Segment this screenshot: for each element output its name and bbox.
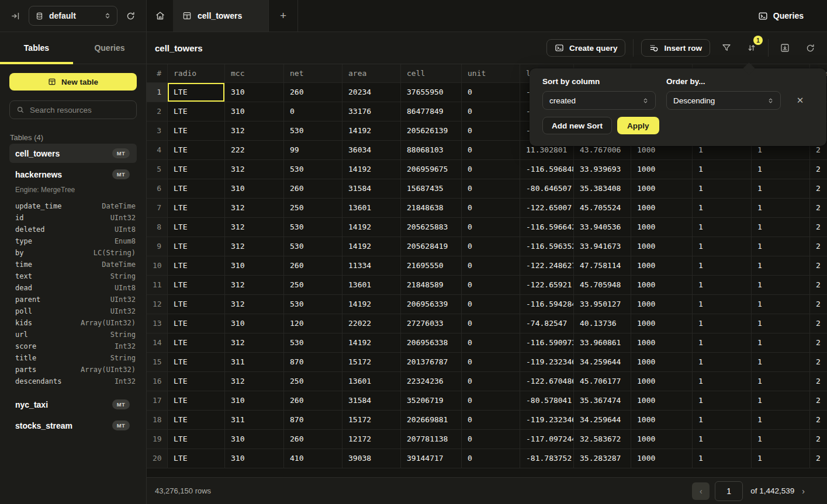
- table-cell-lat[interactable]: 34.259644: [574, 353, 631, 372]
- table-cell-samples[interactable]: 1: [693, 353, 752, 372]
- table-cell-cell[interactable]: 206956338: [401, 333, 462, 353]
- table-cell-samples[interactable]: 1: [693, 256, 752, 276]
- table-cell-area[interactable]: 20234: [342, 83, 401, 102]
- table-cell-net[interactable]: 260: [284, 430, 342, 449]
- table-cell-net[interactable]: 260: [284, 179, 342, 199]
- table-cell-cell[interactable]: 201376787: [401, 353, 462, 372]
- table-cell-range[interactable]: 1000: [631, 199, 693, 218]
- table-cell-radio[interactable]: LTE: [168, 411, 225, 430]
- table-cell-range[interactable]: 1000: [631, 218, 693, 237]
- sidebar-item-hackernews[interactable]: hackernews MT: [9, 165, 137, 184]
- table-cell-range[interactable]: 1000: [631, 333, 693, 353]
- table-cell-created[interactable]: 2: [810, 199, 827, 218]
- tab-cell-towers[interactable]: cell_towers: [173, 0, 269, 32]
- table-cell-range[interactable]: 1000: [631, 430, 693, 449]
- column-header-unit[interactable]: unit: [462, 64, 520, 83]
- table-row[interactable]: 10LTE31026011334216955500-122.24862747.7…: [147, 256, 827, 276]
- table-cell-area[interactable]: 13601: [342, 199, 401, 218]
- table-cell-created[interactable]: 2: [810, 430, 827, 449]
- previous-page-button[interactable]: ‹: [692, 482, 710, 500]
- table-cell-radio[interactable]: LTE: [168, 199, 225, 218]
- table-cell-net[interactable]: 410: [284, 449, 342, 468]
- table-cell-created[interactable]: 2: [810, 391, 827, 411]
- table-cell-lat[interactable]: 33.950127: [574, 295, 631, 314]
- table-cell-mcc[interactable]: 312: [225, 199, 284, 218]
- table-cell-changeable[interactable]: 1: [752, 256, 810, 276]
- table-cell-changeable[interactable]: 1: [752, 430, 810, 449]
- table-cell-mcc[interactable]: 311: [225, 353, 284, 372]
- table-cell-samples[interactable]: 1: [693, 237, 752, 256]
- table-cell-area[interactable]: 15172: [342, 411, 401, 430]
- table-cell-lat[interactable]: 32.583672: [574, 430, 631, 449]
- table-cell-lon[interactable]: -122.65007: [520, 199, 574, 218]
- table-cell-changeable[interactable]: 1: [752, 353, 810, 372]
- table-cell-unit[interactable]: 0: [462, 141, 520, 160]
- table-cell-range[interactable]: 1000: [631, 391, 693, 411]
- table-cell-cell[interactable]: 15687435: [401, 179, 462, 199]
- table-cell-cell[interactable]: 86477849: [401, 102, 462, 121]
- table-cell-changeable[interactable]: 1: [752, 411, 810, 430]
- table-cell-lat[interactable]: 47.758114: [574, 256, 631, 276]
- table-cell-lon[interactable]: -116.596642: [520, 218, 574, 237]
- table-cell-samples[interactable]: 1: [693, 179, 752, 199]
- table-cell-unit[interactable]: 0: [462, 199, 520, 218]
- table-cell-unit[interactable]: 0: [462, 160, 520, 179]
- search-box[interactable]: [9, 100, 137, 119]
- table-cell-cell[interactable]: 39144717: [401, 449, 462, 468]
- table-cell-created[interactable]: 2: [810, 333, 827, 353]
- table-cell-created[interactable]: 2: [810, 160, 827, 179]
- table-cell-unit[interactable]: 0: [462, 237, 520, 256]
- table-cell-unit[interactable]: 0: [462, 121, 520, 141]
- table-cell-samples[interactable]: 1: [693, 314, 752, 333]
- table-cell-lon[interactable]: -74.82547: [520, 314, 574, 333]
- table-cell-radio[interactable]: LTE: [168, 102, 225, 121]
- table-row[interactable]: 13LTE31012022022272760330-74.8254740.137…: [147, 314, 827, 333]
- table-cell-mcc[interactable]: 222: [225, 141, 284, 160]
- table-cell-cell[interactable]: 205626139: [401, 121, 462, 141]
- table-cell-cell[interactable]: 21848589: [401, 276, 462, 295]
- table-cell-radio[interactable]: LTE: [168, 237, 225, 256]
- table-cell-range[interactable]: 1000: [631, 411, 693, 430]
- sort-column-select[interactable]: created: [542, 91, 656, 110]
- sort-order-select[interactable]: Descending: [666, 91, 781, 110]
- add-new-sort-button[interactable]: Add new Sort: [542, 117, 612, 134]
- table-cell-lon[interactable]: -81.783752: [520, 449, 574, 468]
- table-cell-unit[interactable]: 0: [462, 430, 520, 449]
- table-cell-radio[interactable]: LTE: [168, 218, 225, 237]
- table-cell-cell[interactable]: 88068103: [401, 141, 462, 160]
- table-cell-mcc[interactable]: 312: [225, 295, 284, 314]
- table-cell-mcc[interactable]: 310: [225, 83, 284, 102]
- table-cell-cell[interactable]: 27276033: [401, 314, 462, 333]
- table-cell-area[interactable]: 31584: [342, 391, 401, 411]
- search-input[interactable]: [30, 106, 133, 114]
- table-cell-samples[interactable]: 1: [693, 218, 752, 237]
- table-cell-area[interactable]: 22022: [342, 314, 401, 333]
- column-header-net[interactable]: net: [284, 64, 342, 83]
- table-cell-net[interactable]: 260: [284, 391, 342, 411]
- table-cell-unit[interactable]: 0: [462, 411, 520, 430]
- table-cell-changeable[interactable]: 1: [752, 391, 810, 411]
- new-tab-button[interactable]: +: [269, 0, 298, 32]
- table-cell-net[interactable]: 120: [284, 314, 342, 333]
- filter-button[interactable]: [718, 39, 735, 57]
- table-cell-radio[interactable]: LTE: [168, 353, 225, 372]
- table-cell-unit[interactable]: 0: [462, 179, 520, 199]
- table-cell-changeable[interactable]: 1: [752, 333, 810, 353]
- table-cell-samples[interactable]: 1: [693, 160, 752, 179]
- table-cell-created[interactable]: 2: [810, 449, 827, 468]
- table-cell-changeable[interactable]: 1: [752, 179, 810, 199]
- table-cell-lat[interactable]: 35.367474: [574, 391, 631, 411]
- table-cell-created[interactable]: 2: [810, 237, 827, 256]
- table-cell-cell[interactable]: 22324236: [401, 372, 462, 391]
- table-cell-lon[interactable]: -122.248627: [520, 256, 574, 276]
- table-cell-mcc[interactable]: 312: [225, 276, 284, 295]
- table-cell-net[interactable]: 870: [284, 353, 342, 372]
- column-header-mcc[interactable]: mcc: [225, 64, 284, 83]
- table-cell-cell[interactable]: 205625883: [401, 218, 462, 237]
- table-cell-net[interactable]: 530: [284, 218, 342, 237]
- table-cell-lat[interactable]: 33.939693: [574, 160, 631, 179]
- table-cell-radio[interactable]: LTE: [168, 141, 225, 160]
- table-cell-created[interactable]: 2: [810, 314, 827, 333]
- table-cell-radio[interactable]: LTE: [168, 179, 225, 199]
- refresh-databases-icon[interactable]: [126, 11, 136, 21]
